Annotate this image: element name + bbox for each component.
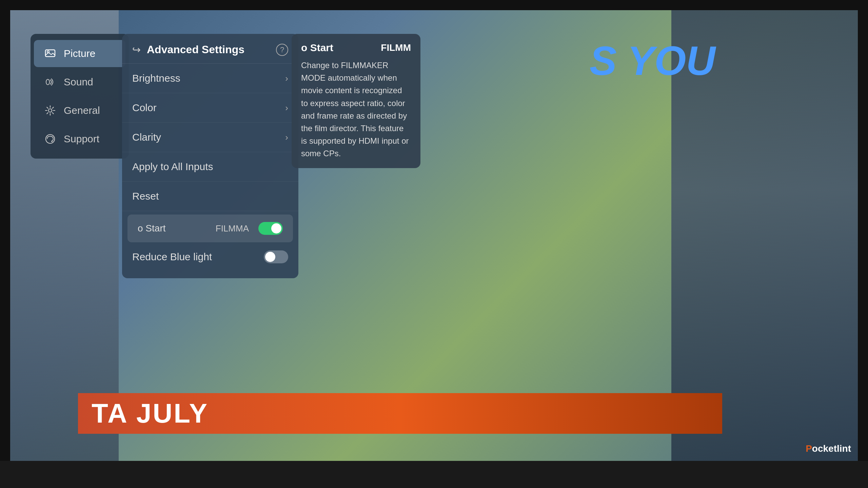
sidebar-item-support[interactable]: Support bbox=[34, 125, 125, 152]
filmmaker-toggle-knob bbox=[271, 223, 281, 233]
color-label: Color bbox=[132, 102, 157, 114]
brightness-label: Brightness bbox=[132, 73, 180, 84]
color-chevron: › bbox=[285, 103, 288, 113]
sidebar-label-general: General bbox=[64, 105, 100, 116]
filmmaker-value: FILMMA bbox=[216, 223, 249, 234]
apply-all-menu-item[interactable]: Apply to All Inputs bbox=[122, 152, 298, 182]
panel-header: ↩ Advanced Settings ? bbox=[122, 34, 298, 64]
bg-you-text: S YOU bbox=[590, 37, 715, 84]
info-body: Change to FILMMAKER MODE automatically w… bbox=[301, 59, 411, 160]
help-icon-label: ? bbox=[280, 45, 284, 54]
filmmaker-toggle-group: FILMMA bbox=[216, 222, 283, 235]
sidebar-item-sound[interactable]: Sound bbox=[34, 68, 125, 96]
pocketlint-p: P bbox=[806, 443, 812, 454]
clarity-chevron: › bbox=[285, 132, 288, 143]
sidebar: Picture Sound bbox=[31, 34, 129, 159]
svg-point-5 bbox=[51, 141, 53, 142]
sidebar-label-picture: Picture bbox=[64, 48, 95, 59]
brightness-chevron: › bbox=[285, 73, 288, 84]
reduce-blue-toggle[interactable] bbox=[264, 250, 288, 263]
svg-point-3 bbox=[48, 109, 52, 112]
clarity-label: Clarity bbox=[132, 131, 161, 143]
brightness-menu-item[interactable]: Brightness › bbox=[122, 64, 298, 93]
info-title-right: FILMM bbox=[381, 42, 411, 53]
reduce-blue-toggle-knob bbox=[265, 252, 275, 262]
reduce-blue-row[interactable]: Reduce Blue light bbox=[122, 242, 298, 271]
sidebar-label-support: Support bbox=[64, 133, 99, 145]
general-icon bbox=[44, 104, 56, 117]
panel-header-left: ↩ Advanced Settings bbox=[132, 43, 244, 56]
info-title-left: o Start bbox=[301, 42, 333, 54]
color-menu-item[interactable]: Color › bbox=[122, 93, 298, 123]
filmmaker-label-group: o Start bbox=[138, 223, 165, 234]
reset-label: Reset bbox=[132, 190, 159, 202]
info-panel: o Start FILMM Change to FILMMAKER MODE a… bbox=[292, 34, 420, 168]
bg-banner-text: TA JULY bbox=[92, 398, 209, 429]
sidebar-item-picture[interactable]: Picture bbox=[34, 40, 125, 67]
advanced-settings-panel: ↩ Advanced Settings ? Brightness › Color… bbox=[122, 34, 298, 278]
tv-frame: TA JULY S YOU Picture bbox=[0, 0, 868, 488]
help-button[interactable]: ? bbox=[276, 44, 288, 56]
sidebar-label-sound: Sound bbox=[64, 76, 93, 88]
reset-menu-item[interactable]: Reset bbox=[122, 182, 298, 211]
filmmaker-mode-row[interactable]: o Start FILMMA bbox=[127, 215, 293, 242]
reduce-blue-label: Reduce Blue light bbox=[132, 251, 212, 263]
filmmaker-label: o Start bbox=[138, 223, 165, 234]
filmmaker-toggle[interactable] bbox=[258, 222, 283, 235]
sound-icon bbox=[44, 76, 56, 88]
apply-all-label: Apply to All Inputs bbox=[132, 161, 213, 172]
panel-title: Advanced Settings bbox=[147, 43, 244, 56]
sidebar-item-general[interactable]: General bbox=[34, 97, 125, 124]
support-icon bbox=[44, 133, 56, 145]
pocketlint-text: ocketlint bbox=[812, 443, 851, 454]
tv-bottom-bar bbox=[0, 461, 868, 488]
bg-banner: TA JULY bbox=[78, 393, 722, 434]
pocketlint-badge: Pocketlint bbox=[806, 443, 851, 454]
clarity-menu-item[interactable]: Clarity › bbox=[122, 123, 298, 152]
svg-rect-0 bbox=[45, 50, 55, 57]
back-button[interactable]: ↩ bbox=[132, 44, 141, 56]
tv-screen: TA JULY S YOU Picture bbox=[10, 10, 858, 461]
svg-point-2 bbox=[46, 79, 50, 85]
picture-icon bbox=[44, 47, 56, 60]
info-header: o Start FILMM bbox=[301, 42, 411, 54]
